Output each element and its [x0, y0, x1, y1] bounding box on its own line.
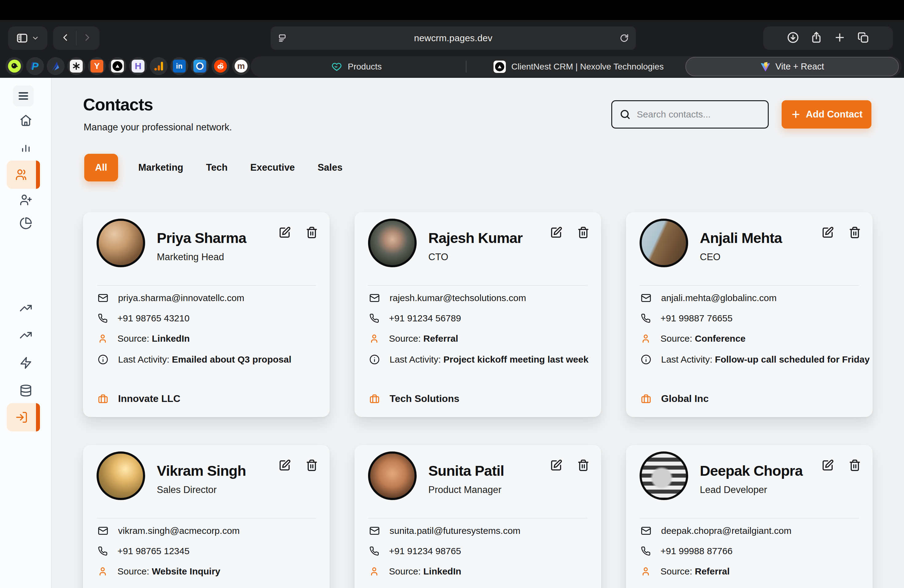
- filter-all[interactable]: All: [84, 154, 118, 182]
- tab-vite-react-active[interactable]: Vite + React: [685, 57, 899, 76]
- tab-strip: Products ClientNest CRM | Nexolve Techno…: [251, 56, 902, 77]
- last-activity-value: Last Activity: Emailed about Q3 proposal: [118, 354, 291, 365]
- sidebar-item-chart[interactable]: [19, 141, 32, 153]
- edit-contact-button[interactable]: [822, 226, 834, 239]
- vercel-favicon[interactable]: [109, 57, 126, 75]
- filter-pills: AllMarketingTechExecutiveSales: [84, 154, 345, 182]
- source-value: Source: Website Inquiry: [117, 566, 220, 577]
- reload-icon[interactable]: [619, 33, 629, 43]
- delete-contact-button[interactable]: [849, 226, 861, 239]
- downloads-button[interactable]: [787, 32, 799, 45]
- clientnest-tab-favicon: [493, 60, 506, 73]
- contact-name: Sunita Patil: [428, 462, 504, 479]
- user-icon: [98, 566, 107, 576]
- phone-value: +91 98765 43210: [117, 313, 190, 324]
- ycombinator-favicon[interactable]: Y: [88, 57, 106, 75]
- edit-contact-button[interactable]: [278, 226, 291, 239]
- chart-icon: [19, 141, 32, 153]
- outlook-favicon[interactable]: [191, 57, 209, 75]
- sidebar-toggle-button[interactable]: [8, 27, 47, 50]
- phone-row: +91 91234 56789: [369, 313, 461, 324]
- share-button[interactable]: [810, 32, 822, 45]
- sidebar-item-user-plus[interactable]: [19, 193, 32, 206]
- last-activity-value: Last Activity: Project kickoff meeting l…: [390, 354, 588, 365]
- sidebar-item-trend[interactable]: [19, 302, 32, 315]
- user-icon: [98, 334, 107, 343]
- sidebar-item-zap[interactable]: [19, 356, 32, 369]
- source-row: Source: Website Inquiry: [98, 566, 220, 577]
- db-icon: [19, 384, 32, 397]
- linkedin-favicon[interactable]: in: [170, 57, 188, 75]
- sidebar-item-login[interactable]: [7, 403, 40, 432]
- sidebar-item-home[interactable]: [19, 114, 32, 127]
- contact-title: Sales Director: [157, 484, 217, 495]
- card-divider: [368, 518, 588, 518]
- filter-tech[interactable]: Tech: [204, 162, 230, 173]
- phone-icon: [641, 546, 651, 556]
- source-value: Source: Referral: [389, 334, 458, 344]
- phone-value: +91 98765 12345: [117, 546, 190, 556]
- edit-contact-button[interactable]: [822, 459, 834, 471]
- reddit-favicon[interactable]: [212, 57, 229, 75]
- address-bar[interactable]: newcrm.pages.dev: [270, 27, 636, 50]
- user-plus-icon: [19, 193, 32, 206]
- edit-contact-button[interactable]: [550, 459, 563, 471]
- phone-row: +91 99887 76655: [641, 313, 732, 324]
- edit-contact-button[interactable]: [550, 226, 563, 239]
- mail-icon: [98, 293, 108, 303]
- email-row: anjali.mehta@globalinc.com: [641, 293, 777, 303]
- tab-overview-button[interactable]: [857, 32, 869, 45]
- sidebar-item-db[interactable]: [19, 384, 32, 397]
- filter-marketing[interactable]: Marketing: [136, 162, 186, 173]
- filter-sales[interactable]: Sales: [315, 162, 345, 173]
- new-tab-button[interactable]: [834, 32, 846, 45]
- last-activity-value: Last Activity: Follow-up call scheduled …: [661, 354, 869, 365]
- tab-clientnest[interactable]: ClientNest CRM | Nexolve Technologies: [493, 56, 664, 77]
- analytics-favicon[interactable]: [150, 57, 168, 75]
- forward-button[interactable]: [77, 27, 98, 50]
- edit-contact-button[interactable]: [278, 459, 291, 471]
- add-contact-button[interactable]: Add Contact: [782, 100, 871, 128]
- avatar: [96, 219, 145, 267]
- sidebar-item-users[interactable]: [7, 161, 40, 189]
- back-button[interactable]: [54, 27, 76, 50]
- openai-favicon[interactable]: [67, 57, 85, 75]
- heroku-favicon[interactable]: H: [129, 57, 147, 75]
- zap-icon: [19, 356, 32, 369]
- delete-contact-button[interactable]: [577, 226, 589, 239]
- contact-card: Anjali Mehta CEO anjali.mehta@globalinc.…: [626, 212, 872, 417]
- toolbar-actions: [763, 27, 893, 50]
- mastodon-favicon[interactable]: m: [232, 57, 250, 75]
- card-divider: [640, 518, 859, 518]
- source-value: Source: Conference: [661, 334, 746, 344]
- contact-title: Marketing Head: [157, 251, 224, 262]
- reader-view-icon[interactable]: [277, 33, 287, 43]
- phone-row: +91 98765 43210: [98, 313, 190, 324]
- sidebar-item-trend-2[interactable]: [19, 329, 32, 341]
- search-input[interactable]: [637, 109, 760, 120]
- contact-card: Deepak Chopra Lead Developer deepak.chop…: [626, 445, 872, 588]
- menu-toggle-button[interactable]: [13, 85, 34, 106]
- delete-contact-button[interactable]: [306, 226, 318, 239]
- source-row: Source: LinkedIn: [98, 334, 190, 344]
- tab-products[interactable]: Products: [331, 56, 382, 77]
- delete-contact-button[interactable]: [849, 459, 861, 471]
- paypal-favicon[interactable]: P: [26, 57, 44, 75]
- card-divider: [96, 285, 316, 286]
- filter-executive[interactable]: Executive: [248, 162, 297, 173]
- email-value: vikram.singh@acmecorp.com: [118, 526, 240, 536]
- card-divider: [640, 285, 859, 286]
- login-icon: [15, 411, 28, 424]
- vite-logo-icon: [760, 62, 771, 72]
- briefcase-icon: [98, 394, 108, 404]
- avatar: [96, 452, 145, 500]
- delete-contact-button[interactable]: [306, 459, 318, 471]
- email-row: priya.sharma@innovatellc.com: [98, 293, 245, 303]
- contact-name: Priya Sharma: [157, 229, 246, 247]
- sidebar-item-pie[interactable]: [19, 217, 32, 230]
- toucan-favicon[interactable]: [6, 57, 24, 75]
- blue-arrow-favicon[interactable]: [47, 57, 65, 75]
- email-row: sunita.patil@futuresystems.com: [369, 526, 521, 536]
- trend-icon: [19, 302, 32, 315]
- delete-contact-button[interactable]: [577, 459, 589, 471]
